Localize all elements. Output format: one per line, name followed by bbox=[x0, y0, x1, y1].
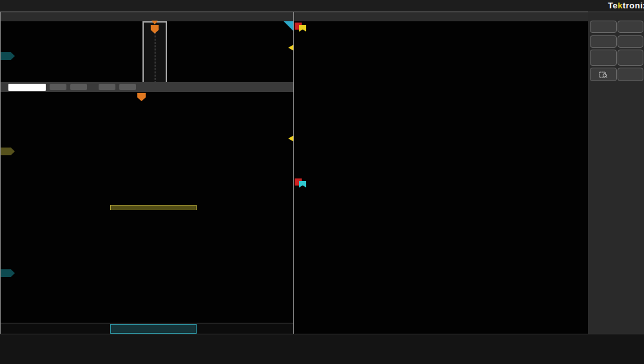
ch2-waveform-canvas bbox=[1, 210, 293, 323]
zoom-window-box[interactable] bbox=[142, 21, 167, 84]
horizontal-zoom-scale-bar bbox=[1, 82, 294, 92]
spectrum2-canvas bbox=[294, 175, 587, 334]
waveform-view-window bbox=[0, 12, 295, 335]
waveform-overview-panel bbox=[1, 21, 294, 82]
h-zoom-minus-button[interactable] bbox=[70, 84, 87, 90]
ch1-waveform-panel bbox=[1, 92, 294, 211]
callout-button[interactable] bbox=[618, 21, 643, 33]
waveform-view-titlebar bbox=[1, 12, 294, 21]
ch2-waveform-panel bbox=[1, 210, 294, 323]
menu-bar: Tektronix bbox=[0, 0, 644, 12]
right-sidebar bbox=[588, 12, 644, 334]
spectrum1-canvas bbox=[294, 21, 587, 175]
overview-corner-zoom-icon[interactable] bbox=[284, 21, 294, 32]
spectrum-view-window bbox=[293, 12, 589, 335]
v-zoom-minus-button[interactable] bbox=[119, 84, 136, 90]
spectrum2-panel bbox=[294, 175, 589, 334]
waveform-x-axis bbox=[1, 323, 294, 334]
more-button[interactable] bbox=[618, 68, 643, 81]
spectrum-view-titlebar bbox=[294, 12, 589, 21]
v-zoom-plus-button[interactable] bbox=[99, 84, 115, 90]
cursors-button[interactable] bbox=[590, 21, 617, 33]
bottom-status-bar: U bbox=[0, 334, 644, 364]
zoom-area-icon bbox=[599, 71, 608, 79]
tektronix-logo: Tektronix bbox=[608, 1, 644, 10]
scope-application: Tektronix bbox=[0, 0, 644, 364]
ch1-waveform-canvas bbox=[1, 92, 293, 210]
h-zoom-plus-button[interactable] bbox=[50, 84, 66, 90]
search-button[interactable] bbox=[618, 35, 643, 48]
trigger-dash-line bbox=[155, 32, 155, 83]
axis-highlight-region[interactable] bbox=[110, 324, 197, 334]
trigger-position-arrow-icon bbox=[151, 21, 158, 24]
zoom-tool-button[interactable] bbox=[590, 68, 617, 81]
h-zoom-value[interactable] bbox=[8, 84, 46, 91]
measure-button[interactable] bbox=[590, 35, 617, 48]
plot-button[interactable] bbox=[618, 50, 643, 66]
spectrum1-panel bbox=[294, 21, 589, 175]
results-table-button[interactable] bbox=[590, 50, 617, 66]
